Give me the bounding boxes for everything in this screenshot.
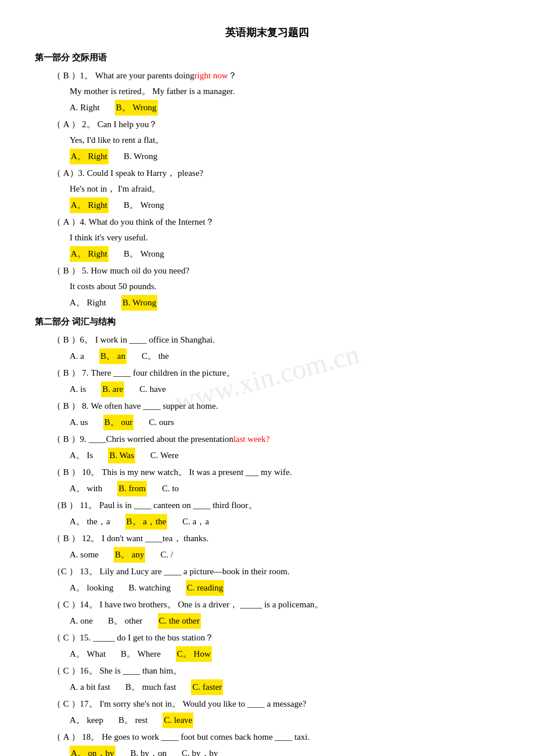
question-line-q9: （ B ）9.____Chris worried about the prese… xyxy=(35,431,499,447)
question-prefix: （B ） 11。 xyxy=(52,498,97,513)
answer-line-q13: A。 lookingB. watchingC. reading xyxy=(35,580,499,596)
question-text: This is my new watch。 It was a present _… xyxy=(102,465,291,480)
question-text: I work in ____ office in Shanghai. xyxy=(95,332,215,348)
question-text: Lily and Lucy are ____ a picture—book in… xyxy=(100,564,290,579)
question-prefix: （ B ） 12。 xyxy=(52,531,99,546)
option-q14-0: A. one xyxy=(70,613,93,629)
option-q4-1: B。 Wrong xyxy=(124,246,164,262)
option-q9-0: A。 Is xyxy=(70,448,93,463)
option-q7-0: A. is xyxy=(70,381,86,397)
question-q4: （ A ）4.What do you think of the Internet… xyxy=(35,214,499,262)
question-prefix: （ C ）15. xyxy=(52,630,91,646)
question-text: _____ do I get to the bus station？ xyxy=(93,630,214,646)
question-text: There ____ four children in the picture。 xyxy=(91,365,235,381)
answer-line-q5: A。 RightB. Wrong xyxy=(35,295,499,311)
option-q6-1: B。 an xyxy=(99,348,127,364)
option-q2-1: B. Wrong xyxy=(124,149,157,164)
question-dialog: My mother is retired。 My father is a man… xyxy=(35,84,499,99)
question-dialog: He's not in， I'm afraid。 xyxy=(35,181,499,197)
question-dialog: It costs about 50 pounds. xyxy=(35,279,499,294)
option-q18-1: B. by，on xyxy=(131,746,167,756)
question-q16: （ C ）16。She is ____ than him。A. a bit fa… xyxy=(35,663,499,695)
question-line-q16: （ C ）16。She is ____ than him。 xyxy=(35,663,499,679)
answer-line-q3: A。 RightB。 Wrong xyxy=(35,197,499,213)
question-q18: （ A ） 18。He goes to work ____ foot but c… xyxy=(35,729,499,756)
section-header-section2: 第二部分 词汇与结构 xyxy=(35,314,499,330)
question-q15: （ C ）15._____ do I get to the bus statio… xyxy=(35,630,499,662)
question-q14: （ C ）14。I have two brothers。 One is a dr… xyxy=(35,597,499,629)
answer-line-q8: A. usB。 ourC. ours xyxy=(35,415,499,430)
question-text: We often have ____ supper at home. xyxy=(91,398,218,414)
option-q15-0: A。 What xyxy=(70,646,106,662)
question-text: What do you think of the Internet？ xyxy=(89,214,214,230)
option-q11-0: A。 the，a xyxy=(70,514,110,530)
answer-line-q15: A。 WhatB。 WhereC。 How xyxy=(35,646,499,662)
question-prefix: （ B ）6。 xyxy=(52,332,93,348)
question-line-q15: （ C ）15._____ do I get to the bus statio… xyxy=(35,630,499,646)
question-q1: （ B ）1。What are your parents doing right… xyxy=(35,68,499,116)
question-q3: （ A）3.Could I speak to Harry， please?He'… xyxy=(35,165,499,213)
question-line-q4: （ A ）4.What do you think of the Internet… xyxy=(35,214,499,230)
question-q6: （ B ）6。I work in ____ office in Shanghai… xyxy=(35,332,499,364)
question-q10: （ B ） 10。This is my new watch。 It was a … xyxy=(35,465,499,496)
option-q10-1: B. from xyxy=(117,481,147,496)
question-prefix: （ A ） 18。 xyxy=(52,729,99,745)
option-q7-2: C. have xyxy=(139,381,166,397)
question-prefix: （ A）3. xyxy=(52,165,85,181)
question-line-q13: （C ） 13。Lily and Lucy are ____ a picture… xyxy=(35,564,499,579)
question-line-q17: （ C ）17。I'm sorry she's not in。 Would yo… xyxy=(35,696,499,712)
answer-line-q9: A。 IsB. WasC. Were xyxy=(35,448,499,463)
option-q16-1: B。 much fast xyxy=(125,679,176,695)
page-title: 英语期末复习题四 xyxy=(35,23,499,42)
answer-line-q7: A. isB. areC. have xyxy=(35,381,499,397)
answer-line-q11: A。 the，aB。 a，theC. a，a xyxy=(35,514,499,530)
option-q16-0: A. a bit fast xyxy=(70,679,110,695)
answer-line-q4: A。 RightB。 Wrong xyxy=(35,246,499,262)
question-line-q3: （ A）3.Could I speak to Harry， please? xyxy=(35,165,499,181)
question-q17: （ C ）17。I'm sorry she's not in。 Would yo… xyxy=(35,696,499,728)
question-q12: （ B ） 12。I don't want ____tea， thanks.A.… xyxy=(35,531,499,563)
question-line-q18: （ A ） 18。He goes to work ____ foot but c… xyxy=(35,729,499,745)
option-q9-2: C. Were xyxy=(150,448,179,463)
option-q12-1: B。 any xyxy=(114,547,145,563)
question-prefix: （ C ）14。 xyxy=(52,597,98,613)
option-q10-2: C. to xyxy=(162,481,179,496)
question-text: Can I help you？ xyxy=(98,117,158,132)
question-prefix: （ C ）16。 xyxy=(52,663,98,679)
option-q9-1: B. Was xyxy=(108,448,135,463)
question-dialog: Yes, I'd like to rent a flat。 xyxy=(35,132,499,148)
question-line-q7: （ B ） 7.There ____ four children in the … xyxy=(35,365,499,381)
option-q8-2: C. ours xyxy=(149,415,174,430)
option-q13-2: C. reading xyxy=(186,580,224,596)
question-line-q1: （ B ）1。What are your parents doing right… xyxy=(35,68,499,84)
option-q8-0: A. us xyxy=(70,415,88,430)
answer-line-q2: A。 RightB. Wrong xyxy=(35,149,499,164)
question-text: Paul is in ____ canteen on ____ third fl… xyxy=(99,498,257,513)
option-q4-0: A。 Right xyxy=(70,246,109,262)
answer-line-q1: A. RightB。 Wrong xyxy=(35,100,499,116)
question-q13: （C ） 13。Lily and Lucy are ____ a picture… xyxy=(35,564,499,596)
question-highlight: right now xyxy=(194,68,228,84)
question-q9: （ B ）9.____Chris worried about the prese… xyxy=(35,431,499,463)
question-text: She is ____ than him。 xyxy=(100,663,182,679)
question-q8: （ B ） 8.We often have ____ supper at hom… xyxy=(35,398,499,430)
question-text: Could I speak to Harry， please? xyxy=(87,165,203,181)
option-q15-2: C。 How xyxy=(176,646,212,662)
question-q11: （B ） 11。Paul is in ____ canteen on ____ … xyxy=(35,498,499,530)
question-line-q8: （ B ） 8.We often have ____ supper at hom… xyxy=(35,398,499,414)
question-highlight: last week? xyxy=(233,431,270,447)
question-prefix: （ B ） 5. xyxy=(52,263,89,279)
option-q13-1: B. watching xyxy=(128,580,171,596)
question-prefix: （ B ）1。 xyxy=(52,68,93,84)
option-q17-1: B。 rest xyxy=(118,712,147,728)
answer-line-q14: A. oneB。 otherC. the other xyxy=(35,613,499,629)
question-line-q11: （B ） 11。Paul is in ____ canteen on ____ … xyxy=(35,498,499,513)
question-q2: （ A ） 2。Can I help you？Yes, I'd like to … xyxy=(35,117,499,164)
option-q3-1: B。 Wrong xyxy=(124,197,164,213)
question-text: How much oil do you need? xyxy=(91,263,190,279)
option-q17-0: A。 keep xyxy=(70,712,103,728)
question-text: What are your parents doing xyxy=(95,68,194,84)
option-q2-0: A。 Right xyxy=(70,149,109,164)
question-line-q12: （ B ） 12。I don't want ____tea， thanks. xyxy=(35,531,499,546)
answer-line-q16: A. a bit fastB。 much fastC. faster xyxy=(35,679,499,695)
